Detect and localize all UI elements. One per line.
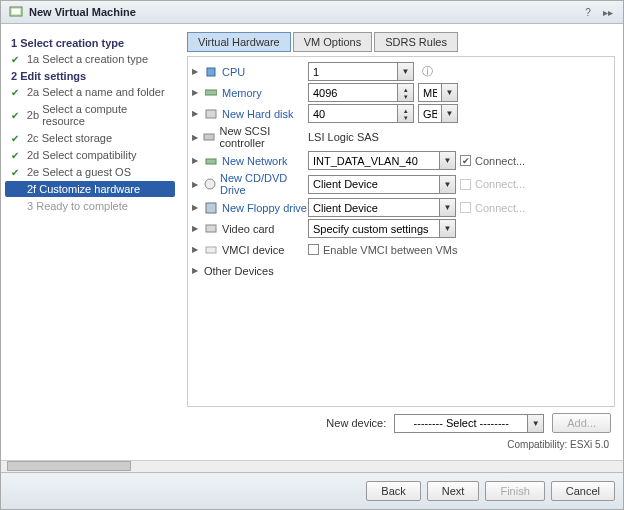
compatibility-label: Compatibility: ESXi 5.0 <box>187 439 615 452</box>
row-harddisk: ▶ New Hard disk ▴▾ ▼ <box>192 103 610 124</box>
svg-rect-1 <box>12 9 20 14</box>
step-3: 3 Ready to complete <box>5 198 175 214</box>
check-icon: ✔ <box>11 150 23 161</box>
add-button: Add... <box>552 413 611 433</box>
step-2c[interactable]: ✔2c Select storage <box>5 130 175 146</box>
memory-input[interactable]: ▴▾ <box>308 83 414 102</box>
video-select[interactable]: ▼ <box>308 219 456 238</box>
memory-icon <box>204 87 218 99</box>
row-scsi: ▶ New SCSI controller LSI Logic SAS <box>192 124 610 150</box>
tab-virtual-hardware[interactable]: Virtual Hardware <box>187 32 291 52</box>
floppy-select[interactable]: ▼ <box>308 198 456 217</box>
check-icon: ✔ <box>11 87 23 98</box>
row-floppy: ▶ New Floppy drive ▼ Connect... <box>192 197 610 218</box>
expand-toggle[interactable]: ▶ <box>192 203 202 212</box>
expand-toggle[interactable]: ▶ <box>192 180 201 189</box>
vmci-enable-checkbox[interactable]: Enable VMCI between VMs <box>308 244 458 256</box>
info-icon[interactable]: ⓘ <box>422 64 433 79</box>
expand-toggle[interactable]: ▶ <box>192 245 202 254</box>
chevron-down-icon: ▼ <box>441 105 457 122</box>
tab-vm-options[interactable]: VM Options <box>293 32 372 52</box>
network-select[interactable]: ▼ <box>308 151 456 170</box>
chevron-down-icon: ▼ <box>439 152 455 169</box>
cddvd-label: New CD/DVD Drive <box>220 172 308 196</box>
expand-toggle[interactable]: ▶ <box>192 224 202 233</box>
memory-unit-select[interactable]: ▼ <box>418 83 458 102</box>
disk-unit-select[interactable]: ▼ <box>418 104 458 123</box>
svg-rect-9 <box>206 225 216 232</box>
expand-icon[interactable]: ▸▸ <box>601 5 615 19</box>
sidebar: 1 Select creation type ✔1a Select a crea… <box>1 24 179 460</box>
body: 1 Select creation type ✔1a Select a crea… <box>1 24 623 460</box>
new-device-select[interactable]: ▼ <box>394 414 544 433</box>
step-2a[interactable]: ✔2a Select a name and folder <box>5 84 175 100</box>
new-device-row: New device: ▼ Add... <box>187 407 615 439</box>
disk-input[interactable]: ▴▾ <box>308 104 414 123</box>
row-cddvd: ▶ New CD/DVD Drive ▼ Connect... <box>192 171 610 197</box>
cpu-label: CPU <box>222 66 245 78</box>
svg-rect-2 <box>207 68 215 76</box>
chevron-down-icon: ▼ <box>397 63 413 80</box>
scsi-icon <box>203 131 216 143</box>
row-vmci: ▶ VMCI device Enable VMCI between VMs <box>192 239 610 260</box>
cddvd-connect-checkbox: Connect... <box>460 178 525 190</box>
network-icon <box>204 155 218 167</box>
vmci-label: VMCI device <box>222 244 284 256</box>
back-button[interactable]: Back <box>366 481 420 501</box>
tab-sdrs-rules[interactable]: SDRS Rules <box>374 32 458 52</box>
cddvd-select[interactable]: ▼ <box>308 175 456 194</box>
network-connect-checkbox[interactable]: ✔Connect... <box>460 155 525 167</box>
expand-toggle[interactable]: ▶ <box>192 133 201 142</box>
vm-icon <box>9 5 23 19</box>
expand-toggle[interactable]: ▶ <box>192 156 202 165</box>
svg-rect-10 <box>206 247 216 253</box>
chevron-down-icon: ▼ <box>439 176 455 193</box>
floppy-label: New Floppy drive <box>222 202 307 214</box>
horizontal-scrollbar[interactable] <box>1 460 623 472</box>
scsi-label: New SCSI controller <box>219 125 308 149</box>
expand-toggle[interactable]: ▶ <box>192 109 202 118</box>
vmci-icon <box>204 244 218 256</box>
row-cpu: ▶ CPU ▼ ⓘ <box>192 61 610 82</box>
cpu-select[interactable]: ▼ <box>308 62 414 81</box>
expand-toggle[interactable]: ▶ <box>192 88 202 97</box>
cpu-icon <box>204 66 218 78</box>
cancel-button[interactable]: Cancel <box>551 481 615 501</box>
step-2e[interactable]: ✔2e Select a guest OS <box>5 164 175 180</box>
svg-rect-8 <box>206 203 216 213</box>
video-label: Video card <box>222 223 274 235</box>
row-video: ▶ Video card ▼ <box>192 218 610 239</box>
row-memory: ▶ Memory ▴▾ ▼ <box>192 82 610 103</box>
other-label: Other Devices <box>204 265 274 277</box>
main: Virtual Hardware VM Options SDRS Rules ▶… <box>179 24 623 460</box>
network-label: New Network <box>222 155 287 167</box>
disk-label: New Hard disk <box>222 108 294 120</box>
step-2d[interactable]: ✔2d Select compatibility <box>5 147 175 163</box>
hardware-list: ▶ CPU ▼ ⓘ ▶ Memory <box>187 56 615 407</box>
help-icon[interactable]: ? <box>581 5 595 19</box>
next-button[interactable]: Next <box>427 481 480 501</box>
cd-icon <box>203 178 216 190</box>
disk-icon <box>204 108 218 120</box>
video-icon <box>204 223 218 235</box>
memory-label: Memory <box>222 87 262 99</box>
expand-toggle[interactable]: ▶ <box>192 266 202 275</box>
svg-rect-5 <box>204 134 214 140</box>
chevron-down-icon: ▼ <box>441 84 457 101</box>
tabs: Virtual Hardware VM Options SDRS Rules <box>187 32 615 52</box>
new-device-label: New device: <box>326 417 386 429</box>
step-2b[interactable]: ✔2b Select a compute resource <box>5 101 175 129</box>
svg-rect-6 <box>206 159 216 164</box>
scrollbar-thumb[interactable] <box>7 461 131 471</box>
expand-toggle[interactable]: ▶ <box>192 67 202 76</box>
step-2f[interactable]: 2f Customize hardware <box>5 181 175 197</box>
step-1a[interactable]: ✔1a Select a creation type <box>5 51 175 67</box>
check-icon: ✔ <box>11 110 23 121</box>
row-other: ▶ Other Devices <box>192 260 610 281</box>
step-2-header: 2 Edit settings <box>11 70 175 82</box>
chevron-down-icon: ▼ <box>527 415 543 432</box>
chevron-down-icon: ▼ <box>439 220 455 237</box>
step-1-header: 1 Select creation type <box>11 37 175 49</box>
svg-rect-4 <box>206 110 216 118</box>
floppy-icon <box>204 202 218 214</box>
